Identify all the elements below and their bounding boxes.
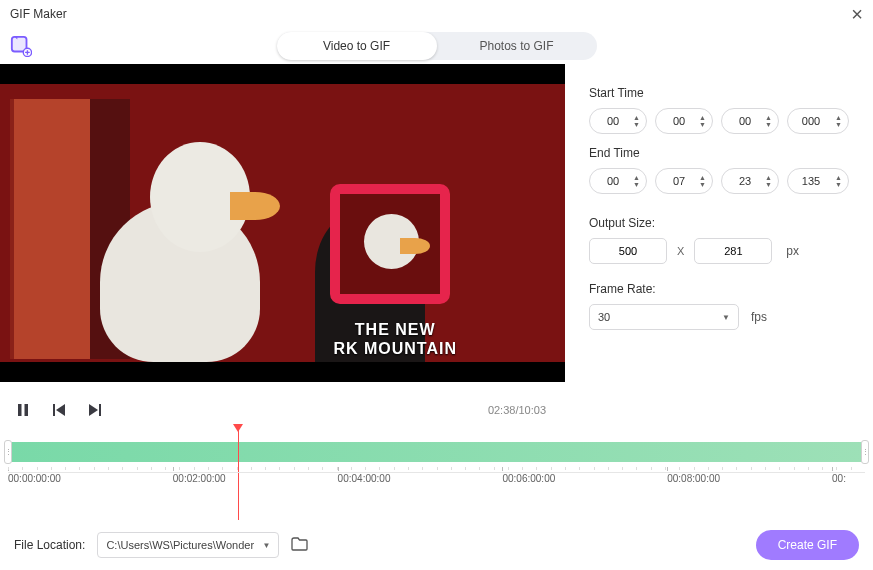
chevron-down-icon: ▼ bbox=[262, 541, 270, 550]
output-width-input[interactable] bbox=[589, 238, 667, 264]
start-minutes[interactable]: ▲▼ bbox=[655, 108, 713, 134]
end-minutes[interactable]: ▲▼ bbox=[655, 168, 713, 194]
end-minutes-input[interactable] bbox=[664, 175, 694, 187]
create-gif-button[interactable]: Create GIF bbox=[756, 530, 859, 560]
trim-handle-right[interactable]: ⋮ bbox=[861, 440, 869, 464]
end-seconds-input[interactable] bbox=[730, 175, 760, 187]
ruler-tick: 00:02:00:00 bbox=[173, 473, 226, 484]
svg-rect-4 bbox=[53, 404, 55, 416]
svg-rect-2 bbox=[18, 404, 22, 416]
ruler-tick: 00:06:00:00 bbox=[502, 473, 555, 484]
end-ms[interactable]: ▲▼ bbox=[787, 168, 849, 194]
ruler-tick: 00: bbox=[832, 473, 846, 484]
tab-video-to-gif[interactable]: Video to GIF bbox=[277, 32, 437, 60]
trim-handle-left[interactable]: ⋮ bbox=[4, 440, 12, 464]
fps-unit: fps bbox=[751, 310, 767, 324]
stepper-icon[interactable]: ▲▼ bbox=[835, 114, 842, 128]
svg-rect-5 bbox=[99, 404, 101, 416]
start-ms-input[interactable] bbox=[796, 115, 826, 127]
start-seconds-input[interactable] bbox=[730, 115, 760, 127]
stepper-icon[interactable]: ▲▼ bbox=[699, 114, 706, 128]
pause-button[interactable] bbox=[14, 401, 32, 419]
end-hours[interactable]: ▲▼ bbox=[589, 168, 647, 194]
prev-button[interactable] bbox=[50, 401, 68, 419]
overlay-line1: THE NEW bbox=[333, 320, 457, 339]
svg-rect-3 bbox=[25, 404, 29, 416]
stepper-icon[interactable]: ▲▼ bbox=[633, 114, 640, 128]
frame-rate-value: 30 bbox=[598, 311, 610, 323]
start-ms[interactable]: ▲▼ bbox=[787, 108, 849, 134]
end-ms-input[interactable] bbox=[796, 175, 826, 187]
output-height-input[interactable] bbox=[694, 238, 772, 264]
start-minutes-input[interactable] bbox=[664, 115, 694, 127]
close-icon[interactable]: × bbox=[851, 4, 863, 24]
start-hours-input[interactable] bbox=[598, 115, 628, 127]
stepper-icon[interactable]: ▲▼ bbox=[835, 174, 842, 188]
end-time-label: End Time bbox=[589, 146, 849, 160]
playback-time: 02:38/10:03 bbox=[488, 404, 564, 416]
current-time: 02:38 bbox=[488, 404, 516, 416]
frame-rate-select[interactable]: 30 ▼ bbox=[589, 304, 739, 330]
file-location-select[interactable]: C:\Users\WS\Pictures\Wonder ▼ bbox=[97, 532, 279, 558]
timeline-track[interactable] bbox=[8, 442, 865, 462]
frame-rate-label: Frame Rate: bbox=[589, 282, 849, 296]
mode-toggle: Video to GIF Photos to GIF bbox=[277, 32, 597, 60]
add-media-icon[interactable] bbox=[10, 35, 32, 57]
video-preview: THE NEW RK MOUNTAIN bbox=[0, 64, 565, 382]
stepper-icon[interactable]: ▲▼ bbox=[765, 114, 772, 128]
ruler-tick: 00:08:00:00 bbox=[667, 473, 720, 484]
overlay-line2: RK MOUNTAIN bbox=[333, 339, 457, 358]
timeline-ruler: 00:00:00:0000:02:00:0000:04:00:0000:06:0… bbox=[8, 472, 865, 502]
start-hours[interactable]: ▲▼ bbox=[589, 108, 647, 134]
folder-icon[interactable] bbox=[291, 537, 308, 554]
file-location-label: File Location: bbox=[14, 538, 85, 552]
output-size-label: Output Size: bbox=[589, 216, 849, 230]
stepper-icon[interactable]: ▲▼ bbox=[633, 174, 640, 188]
ruler-tick: 00:00:00:00 bbox=[8, 473, 61, 484]
start-time-label: Start Time bbox=[589, 86, 849, 100]
timeline[interactable]: ⋮ ⋮ bbox=[8, 432, 865, 472]
end-hours-input[interactable] bbox=[598, 175, 628, 187]
total-time: 10:03 bbox=[518, 404, 546, 416]
stepper-icon[interactable]: ▲▼ bbox=[765, 174, 772, 188]
next-button[interactable] bbox=[86, 401, 104, 419]
ruler-tick: 00:04:00:00 bbox=[338, 473, 391, 484]
window-title: GIF Maker bbox=[10, 7, 67, 21]
end-seconds[interactable]: ▲▼ bbox=[721, 168, 779, 194]
video-overlay-text: THE NEW RK MOUNTAIN bbox=[333, 320, 457, 358]
stepper-icon[interactable]: ▲▼ bbox=[699, 174, 706, 188]
size-unit: px bbox=[786, 244, 799, 258]
start-seconds[interactable]: ▲▼ bbox=[721, 108, 779, 134]
tab-photos-to-gif[interactable]: Photos to GIF bbox=[437, 32, 597, 60]
file-location-path: C:\Users\WS\Pictures\Wonder bbox=[106, 539, 254, 551]
chevron-down-icon: ▼ bbox=[722, 313, 730, 322]
size-separator: X bbox=[677, 245, 684, 257]
